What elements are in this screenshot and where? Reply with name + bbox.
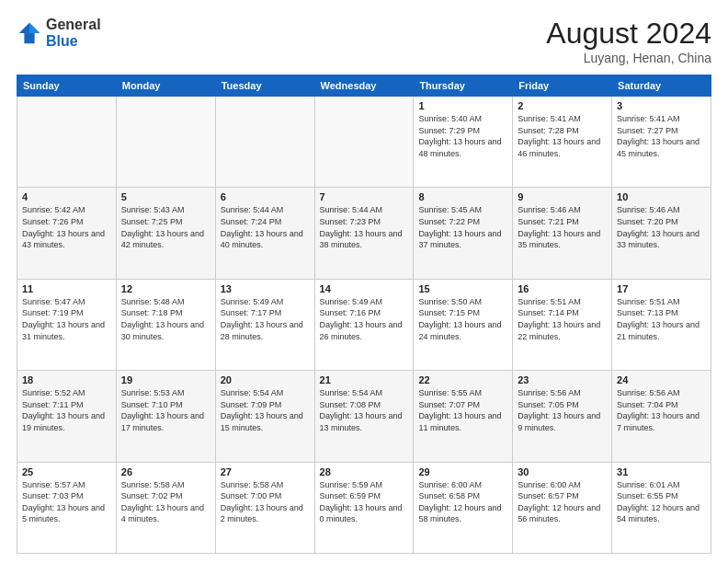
day-info: Sunrise: 6:01 AMSunset: 6:55 PMDaylight:…: [617, 479, 706, 525]
logo-general: General: [46, 17, 101, 32]
day-info: Sunrise: 5:50 AMSunset: 7:15 PMDaylight:…: [418, 296, 507, 342]
calendar-cell: [215, 97, 314, 188]
calendar-cell: 5Sunrise: 5:43 AMSunset: 7:25 PMDaylight…: [116, 188, 215, 279]
col-thursday: Thursday: [414, 75, 513, 97]
day-info: Sunrise: 6:00 AMSunset: 6:57 PMDaylight:…: [518, 479, 607, 525]
day-number: 1: [418, 100, 507, 111]
col-sunday: Sunday: [17, 75, 117, 97]
day-number: 28: [320, 466, 409, 477]
calendar-cell: 10Sunrise: 5:46 AMSunset: 7:20 PMDayligh…: [612, 188, 711, 279]
day-number: 31: [617, 466, 706, 477]
day-number: 22: [418, 374, 507, 385]
day-info: Sunrise: 5:53 AMSunset: 7:10 PMDaylight:…: [121, 387, 210, 433]
day-info: Sunrise: 5:46 AMSunset: 7:20 PMDaylight:…: [617, 204, 706, 250]
calendar-week-4: 18Sunrise: 5:52 AMSunset: 7:11 PMDayligh…: [17, 371, 711, 462]
day-number: 7: [320, 191, 409, 202]
day-number: 10: [617, 191, 706, 202]
day-number: 9: [518, 191, 607, 202]
calendar-cell: 1Sunrise: 5:40 AMSunset: 7:29 PMDaylight…: [414, 97, 513, 188]
day-info: Sunrise: 6:00 AMSunset: 6:58 PMDaylight:…: [418, 479, 507, 525]
calendar-cell: [116, 97, 215, 188]
calendar-cell: 9Sunrise: 5:46 AMSunset: 7:21 PMDaylight…: [513, 188, 612, 279]
calendar-table: Sunday Monday Tuesday Wednesday Thursday…: [17, 75, 711, 554]
day-info: Sunrise: 5:45 AMSunset: 7:22 PMDaylight:…: [418, 204, 507, 250]
location: Luyang, Henan, China: [546, 51, 711, 65]
page: General Blue August 2024 Luyang, Henan, …: [0, 0, 728, 563]
day-number: 13: [221, 283, 310, 294]
calendar-week-2: 4Sunrise: 5:42 AMSunset: 7:26 PMDaylight…: [17, 188, 711, 279]
calendar-cell: 14Sunrise: 5:49 AMSunset: 7:16 PMDayligh…: [314, 279, 414, 370]
logo: General Blue: [17, 17, 101, 49]
day-number: 30: [518, 466, 607, 477]
day-number: 19: [121, 374, 210, 385]
day-info: Sunrise: 5:55 AMSunset: 7:07 PMDaylight:…: [418, 387, 507, 433]
day-number: 20: [221, 374, 310, 385]
day-info: Sunrise: 5:41 AMSunset: 7:27 PMDaylight:…: [617, 113, 706, 159]
calendar-week-1: 1Sunrise: 5:40 AMSunset: 7:29 PMDaylight…: [17, 97, 711, 188]
calendar-week-3: 11Sunrise: 5:47 AMSunset: 7:19 PMDayligh…: [17, 279, 711, 370]
col-friday: Friday: [513, 75, 612, 97]
calendar-cell: 15Sunrise: 5:50 AMSunset: 7:15 PMDayligh…: [414, 279, 513, 370]
calendar-cell: 16Sunrise: 5:51 AMSunset: 7:14 PMDayligh…: [513, 279, 612, 370]
calendar-cell: 30Sunrise: 6:00 AMSunset: 6:57 PMDayligh…: [513, 462, 612, 553]
day-number: 4: [22, 191, 111, 202]
day-info: Sunrise: 5:46 AMSunset: 7:21 PMDaylight:…: [518, 204, 607, 250]
day-info: Sunrise: 5:51 AMSunset: 7:13 PMDaylight:…: [617, 296, 706, 342]
day-number: 26: [121, 466, 210, 477]
day-number: 6: [221, 191, 310, 202]
day-info: Sunrise: 5:54 AMSunset: 7:08 PMDaylight:…: [320, 387, 409, 433]
col-wednesday: Wednesday: [314, 75, 414, 97]
day-info: Sunrise: 5:58 AMSunset: 7:02 PMDaylight:…: [121, 479, 210, 525]
calendar-cell: 18Sunrise: 5:52 AMSunset: 7:11 PMDayligh…: [17, 371, 117, 462]
day-info: Sunrise: 5:49 AMSunset: 7:17 PMDaylight:…: [221, 296, 310, 342]
calendar-cell: 6Sunrise: 5:44 AMSunset: 7:24 PMDaylight…: [215, 188, 314, 279]
calendar-cell: 28Sunrise: 5:59 AMSunset: 6:59 PMDayligh…: [314, 462, 414, 553]
calendar-cell: 26Sunrise: 5:58 AMSunset: 7:02 PMDayligh…: [116, 462, 215, 553]
day-info: Sunrise: 5:47 AMSunset: 7:19 PMDaylight:…: [22, 296, 111, 342]
header-row: Sunday Monday Tuesday Wednesday Thursday…: [17, 75, 711, 97]
day-number: 15: [418, 283, 507, 294]
calendar-cell: 12Sunrise: 5:48 AMSunset: 7:18 PMDayligh…: [116, 279, 215, 370]
day-info: Sunrise: 5:57 AMSunset: 7:03 PMDaylight:…: [22, 479, 111, 525]
day-number: 3: [617, 100, 706, 111]
calendar-cell: 19Sunrise: 5:53 AMSunset: 7:10 PMDayligh…: [116, 371, 215, 462]
svg-marker-1: [29, 22, 40, 32]
day-number: 14: [320, 283, 409, 294]
day-info: Sunrise: 5:58 AMSunset: 7:00 PMDaylight:…: [221, 479, 310, 525]
calendar-cell: 21Sunrise: 5:54 AMSunset: 7:08 PMDayligh…: [314, 371, 414, 462]
day-info: Sunrise: 5:44 AMSunset: 7:24 PMDaylight:…: [221, 204, 310, 250]
day-info: Sunrise: 5:40 AMSunset: 7:29 PMDaylight:…: [418, 113, 507, 159]
logo-blue: Blue: [46, 33, 78, 49]
calendar-week-5: 25Sunrise: 5:57 AMSunset: 7:03 PMDayligh…: [17, 462, 711, 553]
day-number: 24: [617, 374, 706, 385]
day-info: Sunrise: 5:56 AMSunset: 7:04 PMDaylight:…: [617, 387, 706, 433]
calendar-cell: 31Sunrise: 6:01 AMSunset: 6:55 PMDayligh…: [612, 462, 711, 553]
calendar-cell: 13Sunrise: 5:49 AMSunset: 7:17 PMDayligh…: [215, 279, 314, 370]
day-number: 12: [121, 283, 210, 294]
day-info: Sunrise: 5:49 AMSunset: 7:16 PMDaylight:…: [320, 296, 409, 342]
col-saturday: Saturday: [612, 75, 711, 97]
calendar-cell: [17, 97, 117, 188]
calendar-cell: 17Sunrise: 5:51 AMSunset: 7:13 PMDayligh…: [612, 279, 711, 370]
day-number: 27: [221, 466, 310, 477]
calendar-cell: 29Sunrise: 6:00 AMSunset: 6:58 PMDayligh…: [414, 462, 513, 553]
logo-text: General Blue: [46, 17, 101, 49]
day-number: 2: [518, 100, 607, 111]
day-info: Sunrise: 5:59 AMSunset: 6:59 PMDaylight:…: [320, 479, 409, 525]
day-info: Sunrise: 5:52 AMSunset: 7:11 PMDaylight:…: [22, 387, 111, 433]
day-info: Sunrise: 5:42 AMSunset: 7:26 PMDaylight:…: [22, 204, 111, 250]
day-number: 25: [22, 466, 111, 477]
calendar-cell: 7Sunrise: 5:44 AMSunset: 7:23 PMDaylight…: [314, 188, 414, 279]
day-info: Sunrise: 5:56 AMSunset: 7:05 PMDaylight:…: [518, 387, 607, 433]
day-number: 21: [320, 374, 409, 385]
calendar-cell: 27Sunrise: 5:58 AMSunset: 7:00 PMDayligh…: [215, 462, 314, 553]
day-number: 8: [418, 191, 507, 202]
calendar-cell: [314, 97, 414, 188]
title-block: August 2024 Luyang, Henan, China: [546, 17, 711, 65]
calendar-cell: 8Sunrise: 5:45 AMSunset: 7:22 PMDaylight…: [414, 188, 513, 279]
month-year: August 2024: [546, 17, 711, 51]
calendar-cell: 22Sunrise: 5:55 AMSunset: 7:07 PMDayligh…: [414, 371, 513, 462]
col-monday: Monday: [116, 75, 215, 97]
calendar-cell: 25Sunrise: 5:57 AMSunset: 7:03 PMDayligh…: [17, 462, 117, 553]
calendar-cell: 3Sunrise: 5:41 AMSunset: 7:27 PMDaylight…: [612, 97, 711, 188]
